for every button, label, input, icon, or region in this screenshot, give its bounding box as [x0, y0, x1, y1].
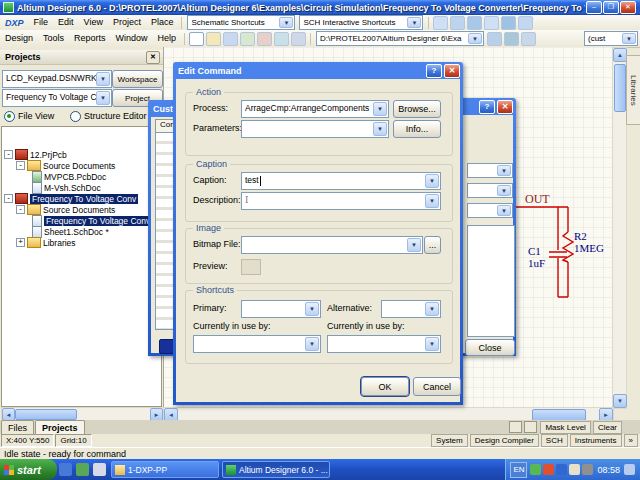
tree-row[interactable]: MVPCB.PcbDoc — [2, 171, 161, 182]
tree-collapse-icon[interactable]: - — [16, 205, 25, 214]
toolbar-icon[interactable] — [223, 32, 238, 46]
menu-edit[interactable]: Edit — [53, 16, 79, 29]
cancel-button[interactable]: Cancel — [413, 377, 461, 396]
chevron-down-icon[interactable]: ▼ — [96, 91, 110, 105]
tree-row[interactable]: - Source Documents — [2, 204, 161, 215]
description-combo[interactable]: I ▼ — [241, 192, 441, 210]
schematic-shortcuts-dropdown[interactable]: Schematic Shortcuts ▼ — [187, 15, 295, 30]
tree-row[interactable]: - Source Documents — [2, 160, 161, 171]
process-combo[interactable]: ArrageCmp:ArrangeComponents ▼ — [241, 100, 389, 118]
tab-libraries[interactable]: Libraries — [626, 55, 640, 125]
parameters-combo[interactable]: ▼ — [241, 120, 389, 138]
tree-h-scrollbar[interactable]: ◄ ► — [1, 407, 164, 421]
chevron-down-icon[interactable]: ▼ — [425, 337, 439, 351]
h-scroll-thumb[interactable] — [15, 409, 77, 420]
tree-collapse-icon[interactable]: - — [4, 150, 13, 159]
workspace-combo[interactable]: LCD_Keypad.DSNWRK * ▼ — [2, 70, 112, 88]
chevron-down-icon[interactable]: ▼ — [425, 194, 439, 208]
chevron-down-icon[interactable]: ▼ — [497, 185, 511, 196]
tree-row[interactable]: Sheet1.SchDoc * — [2, 226, 161, 237]
chevron-down-icon[interactable]: ▼ — [425, 174, 439, 188]
tray-icon[interactable] — [543, 464, 554, 475]
customize-combo[interactable]: (cust ▼ — [584, 31, 638, 46]
menu-file[interactable]: File — [29, 16, 54, 29]
toolbar-icon[interactable] — [189, 32, 204, 46]
toolbar-icon[interactable] — [484, 16, 499, 30]
language-indicator[interactable]: EN — [510, 462, 527, 478]
help-icon[interactable]: ? — [479, 100, 495, 114]
menu-design[interactable]: Design — [0, 32, 38, 45]
tray-icon[interactable] — [582, 464, 593, 475]
ok-button[interactable]: OK — [361, 377, 409, 396]
bitmap-browse-button[interactable]: ... — [424, 236, 441, 254]
scroll-down-icon[interactable]: ▼ — [613, 394, 627, 408]
chevron-down-icon[interactable]: ▼ — [305, 337, 319, 351]
minimize-button[interactable]: – — [586, 1, 602, 14]
close-button[interactable]: Close — [465, 339, 515, 356]
tree-expand-icon[interactable]: + — [16, 238, 25, 247]
toolbar-icon[interactable] — [240, 32, 255, 46]
scroll-up-icon[interactable]: ▲ — [613, 48, 627, 62]
tree-row[interactable]: - Frequency To Voltage Conv — [2, 193, 161, 204]
tab-files[interactable]: Files — [1, 420, 34, 434]
panel-button-design-compiler[interactable]: Design Compiler — [470, 434, 539, 447]
menu-reports[interactable]: Reports — [69, 32, 111, 45]
chevron-down-icon[interactable]: ▼ — [279, 17, 293, 28]
menu-view[interactable]: View — [79, 16, 108, 29]
toolbar-icon[interactable] — [487, 32, 502, 46]
toolbar-icon[interactable] — [206, 32, 221, 46]
panel-close-icon[interactable]: ✕ — [146, 51, 160, 64]
close-button[interactable]: ✕ — [620, 1, 636, 14]
menu-tools[interactable]: Tools — [38, 32, 69, 45]
in-use-left-combo[interactable]: ▼ — [193, 335, 321, 353]
taskbar-task-folder[interactable]: 1-DXP-PP — [111, 461, 219, 478]
file-view-radio[interactable]: File View — [4, 111, 54, 122]
tray-icon[interactable] — [530, 464, 541, 475]
document-path-combo[interactable]: D:\PROTEL2007\Altium Designer 6\Exa ▼ — [316, 31, 484, 46]
side-dialog-list[interactable] — [467, 225, 515, 337]
chevron-down-icon[interactable]: ▼ — [425, 302, 439, 316]
toolbar-icon[interactable] — [518, 16, 533, 30]
chevron-down-icon[interactable]: ▼ — [96, 72, 110, 86]
info-button[interactable]: Info... — [393, 120, 441, 138]
schematic-v-scrollbar[interactable]: ▲ ▼ — [612, 47, 627, 409]
close-icon[interactable]: ✕ — [444, 64, 460, 78]
side-dialog-combo[interactable]: ▼ — [467, 183, 513, 198]
toolbar-icon[interactable] — [433, 16, 448, 30]
clear-button[interactable]: Clear — [593, 421, 622, 434]
status-bar-icon[interactable] — [524, 421, 537, 433]
close-icon[interactable]: ✕ — [497, 100, 513, 114]
chevron-down-icon[interactable]: ▼ — [622, 33, 636, 44]
sch-interactive-shortcuts-dropdown[interactable]: SCH Interactive Shortcuts ▼ — [299, 15, 423, 30]
caption-combo[interactable]: test ▼ — [241, 172, 441, 190]
tree-collapse-icon[interactable]: - — [4, 194, 13, 203]
project-combo[interactable]: Frequency To Voltage Converter.PF ▼ — [2, 89, 112, 107]
in-use-right-combo[interactable]: ▼ — [327, 335, 441, 353]
toolbar-icon[interactable] — [274, 32, 289, 46]
tray-icon[interactable] — [569, 464, 580, 475]
workspace-button[interactable]: Workspace — [112, 70, 163, 88]
panel-overflow-button[interactable]: » — [624, 434, 638, 447]
mask-level-button[interactable]: Mask Level — [540, 421, 590, 434]
toolbar-icon[interactable] — [501, 16, 516, 30]
tree-collapse-icon[interactable]: - — [16, 161, 25, 170]
toolbar-icon[interactable] — [257, 32, 272, 46]
chevron-down-icon[interactable]: ▼ — [497, 165, 511, 176]
menu-place[interactable]: Place — [146, 16, 179, 29]
side-dialog-combo[interactable]: ▼ — [467, 203, 513, 218]
chevron-down-icon[interactable]: ▼ — [407, 17, 421, 28]
chevron-down-icon[interactable]: ▼ — [373, 122, 387, 136]
tree-row[interactable]: - 12.PrjPcb — [2, 149, 161, 160]
tray-icon[interactable] — [556, 464, 567, 475]
chevron-down-icon[interactable]: ▼ — [407, 238, 421, 252]
bitmap-file-combo[interactable]: ▼ — [241, 236, 423, 254]
tree-row[interactable]: Frequency To Voltage Conv — [2, 215, 161, 226]
primary-combo[interactable]: ▼ — [241, 300, 321, 318]
maximize-button[interactable]: ❒ — [603, 1, 619, 14]
panel-button-instruments[interactable]: Instruments — [570, 434, 622, 447]
toolbar-icon[interactable] — [450, 16, 465, 30]
chevron-down-icon[interactable]: ▼ — [468, 33, 482, 44]
help-icon[interactable]: ? — [426, 64, 442, 78]
tab-projects[interactable]: Projects — [35, 420, 85, 434]
tray-icon[interactable] — [624, 464, 635, 475]
